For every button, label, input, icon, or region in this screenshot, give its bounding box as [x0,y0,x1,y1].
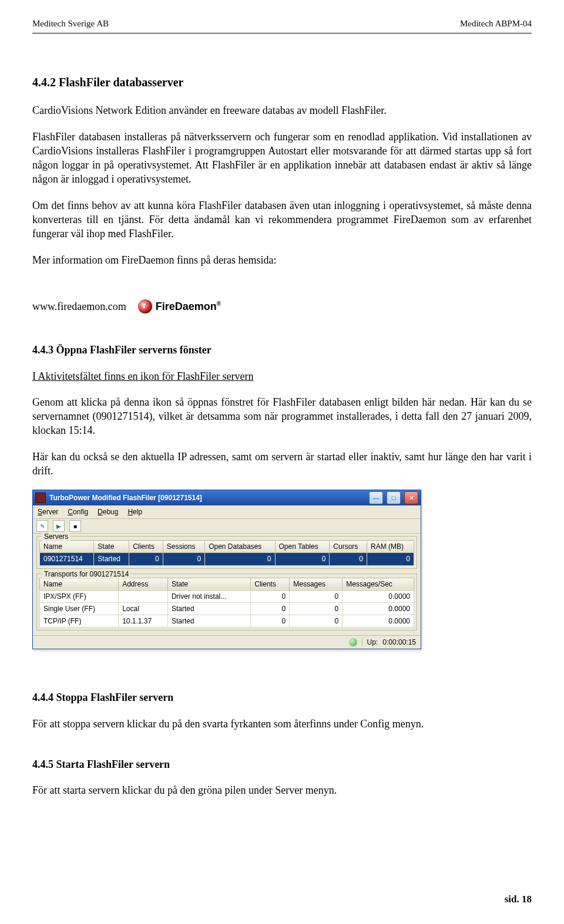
para-9: För att starta servern klickar du på den… [32,783,532,797]
tcol-name[interactable]: Name [40,578,119,590]
transports-group-label: Transports for 0901271514 [42,569,131,579]
titlebar[interactable]: TurboPower Modified FlashFiler [09012715… [33,490,421,505]
para-3: Om det finns behov av att kunna köra Fla… [32,198,532,241]
server-state: Started [94,553,129,565]
toolbar-open-icon[interactable]: ✎ [36,520,48,532]
heading-443: 4.4.3 Öppna FlashFiler serverns fönster [32,343,532,357]
transport-row[interactable]: TCP/IP (FF) 10.1.1.37 Started 0 0 0.0000 [40,615,414,628]
transports-group: Transports for 0901271514 Name Address S… [36,574,417,631]
header-rule [32,33,532,33]
servers-table: Name State Clients Sessions Open Databas… [39,540,414,565]
status-uptime: 0:00:00:15 [382,638,416,647]
server-sessions: 0 [163,553,204,565]
transport-row[interactable]: IPX/SPX (FF) Driver not instal... 0 0 0.… [40,590,414,602]
page-number: sid. 18 [505,893,532,906]
toolbar: ✎ ▶ ■ [33,519,421,534]
heading-442: 4.4.2 FlashFiler databasserver [32,75,532,90]
tcol-clients[interactable]: Clients [251,578,290,590]
tcol-messages[interactable]: Messages [290,578,343,590]
menu-server[interactable]: Server [38,507,58,517]
firedaemon-icon [138,299,152,313]
status-up-label: Up: [367,638,378,647]
menu-debug[interactable]: Debug [98,507,118,517]
col-clients[interactable]: Clients [129,541,163,553]
para-5: I Aktivitetsfältet finns en ikon för Fla… [32,369,532,383]
server-ram: 0 [367,553,414,565]
statusbar: Up: 0:00:00:15 [33,635,421,649]
server-name: 0901271514 [40,553,94,565]
firedaemon-logo: FireDaemon® [138,299,221,313]
firedaemon-link[interactable]: www.firedaemon.com [32,299,126,313]
flashfiler-window: TurboPower Modified FlashFiler [09012715… [32,490,421,649]
server-opendb: 0 [205,553,275,565]
close-button[interactable]: ✕ [404,491,418,504]
para-1: CardioVisions Network Edition använder e… [32,103,532,117]
para-7: Här kan du också se den aktuella IP adre… [32,450,532,478]
menu-config[interactable]: Config [68,507,88,517]
servers-group-label: Servers [42,532,70,541]
para-4: Mer information om FireDaemon finns på d… [32,253,532,267]
para-6: Genom att klicka på denna ikon så öppnas… [32,395,532,438]
col-state[interactable]: State [94,541,129,553]
server-row[interactable]: 0901271514 Started 0 0 0 0 0 0 [40,553,414,565]
app-icon [35,493,46,503]
servers-group: Servers Name State Clients Sessions Open… [36,536,417,568]
menu-help[interactable]: Help [127,507,142,517]
col-ram[interactable]: RAM (MB) [367,541,414,553]
para-8: För att stoppa servern klickar du på den… [32,717,532,731]
minimize-button[interactable]: — [369,491,383,504]
window-title: TurboPower Modified FlashFiler [09012715… [49,493,365,503]
header-right: Meditech ABPM-04 [460,18,532,29]
heading-444: 4.4.4 Stoppa FlashFiler servern [32,690,532,704]
col-cursors[interactable]: Cursors [330,541,367,553]
heading-445: 4.4.5 Starta FlashFiler servern [32,757,532,771]
tcol-address[interactable]: Address [119,578,168,590]
toolbar-stop-icon[interactable]: ■ [69,520,81,532]
toolbar-start-icon[interactable]: ▶ [53,520,65,532]
col-name[interactable]: Name [40,541,94,553]
col-sessions[interactable]: Sessions [163,541,204,553]
col-opendb[interactable]: Open Databases [205,541,275,553]
header-left: Meditech Sverige AB [32,18,109,29]
server-cursors: 0 [330,553,367,565]
menubar: Server Config Debug Help [33,505,421,519]
server-opentbl: 0 [275,553,330,565]
transport-row[interactable]: Single User (FF) Local Started 0 0 0.000… [40,603,414,615]
maximize-button[interactable]: □ [387,491,401,504]
col-opentbl[interactable]: Open Tables [275,541,330,553]
firedaemon-brand: FireDaemon [156,301,217,312]
status-icon [349,638,357,646]
tcol-msgsec[interactable]: Messages/Sec [343,578,414,590]
transports-table: Name Address State Clients Messages Mess… [39,578,414,628]
para-2: FlashFiler databasen installeras på nätv… [32,130,532,187]
server-clients: 0 [129,553,163,565]
tcol-state[interactable]: State [167,578,250,590]
